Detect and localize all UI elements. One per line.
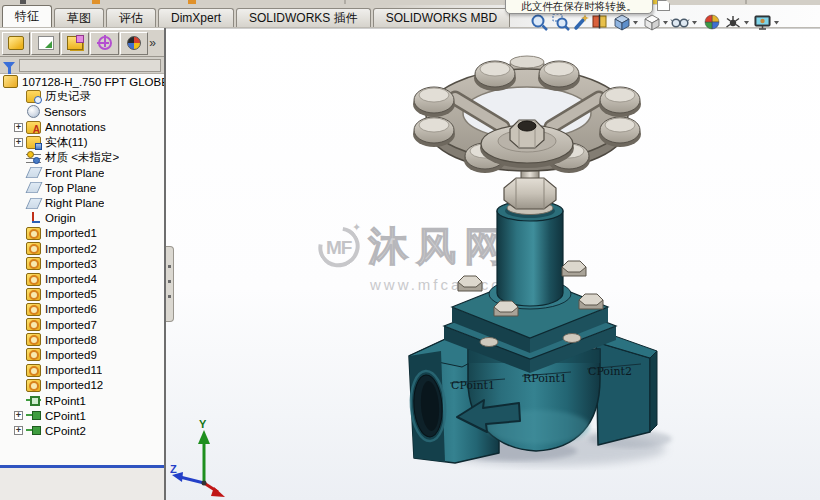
feature-manager-tab-button[interactable] <box>2 32 30 55</box>
tree-item-label: Imported6 <box>45 303 97 315</box>
manager-tab-bar: » <box>0 30 164 57</box>
tree-item-Sensors[interactable]: Sensors <box>0 104 164 119</box>
tree-item-Imported9[interactable]: Imported9 <box>0 347 164 362</box>
view-orientation-icon[interactable] <box>615 15 638 30</box>
tree-item-Imported2[interactable]: Imported2 <box>0 241 164 256</box>
conversion-tooltip: 此文件在保存时将转换。 <box>505 0 653 14</box>
tab-特征[interactable]: 特征 <box>2 5 52 27</box>
tree-item-label: Imported9 <box>45 349 97 361</box>
annotations-icon <box>26 121 41 134</box>
imported-icon <box>26 348 41 361</box>
toolbar-fragment <box>92 0 100 4</box>
expand-icon[interactable]: + <box>14 138 23 147</box>
imported-icon <box>26 257 41 270</box>
tree-item-历史记录[interactable]: 历史记录 <box>0 89 164 104</box>
graphics-area[interactable]: MF ✦ 沐风网 www.mfcad.com <box>166 28 820 500</box>
tree-item-label: Imported8 <box>45 334 97 346</box>
panel-empty-area <box>0 468 164 500</box>
view-settings-icon[interactable] <box>755 16 779 29</box>
tree-item-Imported7[interactable]: Imported7 <box>0 317 164 332</box>
rpoint-icon <box>26 394 41 407</box>
tab-草图[interactable]: 草图 <box>54 8 104 27</box>
tree-item-Imported4[interactable]: Imported4 <box>0 271 164 286</box>
display-manager-tab-button[interactable] <box>120 32 148 55</box>
zoom-to-area-icon[interactable] <box>553 14 569 30</box>
solidworks-window: 特征草图评估DimXpertSOLIDWORKS 插件SOLIDWORKS MB… <box>0 0 820 500</box>
cpoint-icon <box>26 424 41 437</box>
tree-item-CPoint1[interactable]: +CPoint1 <box>0 408 164 423</box>
expand-icon[interactable]: + <box>14 411 23 420</box>
tree-item-label: Front Plane <box>45 167 104 179</box>
tab-DimXpert[interactable]: DimXpert <box>158 8 234 27</box>
tree-item-Imported12[interactable]: Imported12 <box>0 378 164 393</box>
tooltip-text: 此文件在保存时将转换。 <box>521 0 637 13</box>
imported-icon <box>26 288 41 301</box>
filter-icon <box>3 62 15 69</box>
filter-input[interactable] <box>19 59 161 72</box>
dropdown-caret[interactable] <box>663 21 668 25</box>
imported-icon <box>26 318 41 331</box>
tree-item-CPoint2[interactable]: +CPoint2 <box>0 423 164 438</box>
tree-item-Right Plane[interactable]: Right Plane <box>0 196 164 211</box>
dropdown-caret[interactable] <box>633 21 638 25</box>
tree-item-label: Imported11 <box>45 364 102 376</box>
configuration-manager-tab-button[interactable] <box>61 32 89 55</box>
tree-item-Imported11[interactable]: Imported11 <box>0 363 164 378</box>
tree-item-RPoint1[interactable]: RPoint1 <box>0 393 164 408</box>
property-manager-tab-button[interactable] <box>31 32 59 55</box>
tree-item-Front Plane[interactable]: Front Plane <box>0 165 164 180</box>
dimxpert-manager-tab-button[interactable] <box>90 32 118 55</box>
tree-filter-bar <box>0 57 164 74</box>
edit-appearance-icon[interactable] <box>705 15 719 29</box>
tab-SOLIDWORKS 插件[interactable]: SOLIDWORKS 插件 <box>236 8 371 27</box>
apply-scene-icon[interactable] <box>727 16 750 27</box>
tree-item-Annotations[interactable]: +Annotations <box>0 120 164 135</box>
display-manager-tab-icon <box>127 36 141 50</box>
tree-item-label: Imported12 <box>45 379 103 391</box>
dropdown-caret[interactable] <box>744 21 749 25</box>
dropdown-caret[interactable] <box>692 21 697 25</box>
feature-manager-tab-icon <box>8 36 24 50</box>
previous-view-icon[interactable] <box>576 14 589 28</box>
tree-item-Imported8[interactable]: Imported8 <box>0 332 164 347</box>
manager-overflow-button[interactable]: » <box>149 36 156 50</box>
globe-valve-model[interactable]: CPoint1 RPoint1 CPoint2 <box>166 29 820 500</box>
valve-right-port <box>596 335 657 445</box>
plane-icon <box>26 167 43 178</box>
tree-item-实体(11)[interactable]: +实体(11) <box>0 135 164 150</box>
panel-splitter-handle[interactable] <box>166 246 174 322</box>
configuration-manager-tab-icon <box>67 36 83 50</box>
toolbar-fragment <box>20 0 26 4</box>
toolbar-fragment <box>188 0 196 4</box>
expand-icon[interactable]: + <box>14 123 23 132</box>
tree-item-Origin[interactable]: Origin <box>0 211 164 226</box>
tree-item-Imported1[interactable]: Imported1 <box>0 226 164 241</box>
tree-item-label: 材质 <未指定> <box>45 150 119 165</box>
tab-评估[interactable]: 评估 <box>106 8 156 27</box>
tree-item-Top Plane[interactable]: Top Plane <box>0 180 164 195</box>
tree-item-材质 <未指定>[interactable]: 材质 <未指定> <box>0 150 164 165</box>
imported-icon <box>26 333 41 346</box>
tree-item-label: Annotations <box>45 121 106 133</box>
material-icon <box>26 151 41 164</box>
tab-SOLIDWORKS MBD[interactable]: SOLIDWORKS MBD <box>373 8 510 27</box>
valve-bonnet <box>497 201 563 306</box>
part-icon <box>3 75 18 88</box>
model-label-cpoint2: CPoint2 <box>588 365 632 378</box>
tree-item-label: Imported1 <box>45 227 97 239</box>
tree-item-Imported5[interactable]: Imported5 <box>0 287 164 302</box>
imported-icon <box>26 364 41 377</box>
tree-item-107128-H_.750 FPT GLOBE-T[interactable]: 107128-H_.750 FPT GLOBE-T <box>0 74 164 89</box>
expand-icon[interactable]: + <box>14 426 23 435</box>
tree-item-Imported3[interactable]: Imported3 <box>0 256 164 271</box>
zoom-to-fit-icon[interactable] <box>533 16 548 31</box>
imported-icon <box>26 227 41 240</box>
tree-item-Imported6[interactable]: Imported6 <box>0 302 164 317</box>
section-view-icon[interactable] <box>593 15 606 29</box>
dropdown-caret[interactable] <box>774 21 779 25</box>
solid-bodies-icon <box>26 136 41 149</box>
cpoint-icon <box>26 409 41 422</box>
tree-item-label: Imported5 <box>45 288 97 300</box>
hide-show-items-icon[interactable] <box>671 19 697 27</box>
display-style-icon[interactable] <box>645 15 668 30</box>
